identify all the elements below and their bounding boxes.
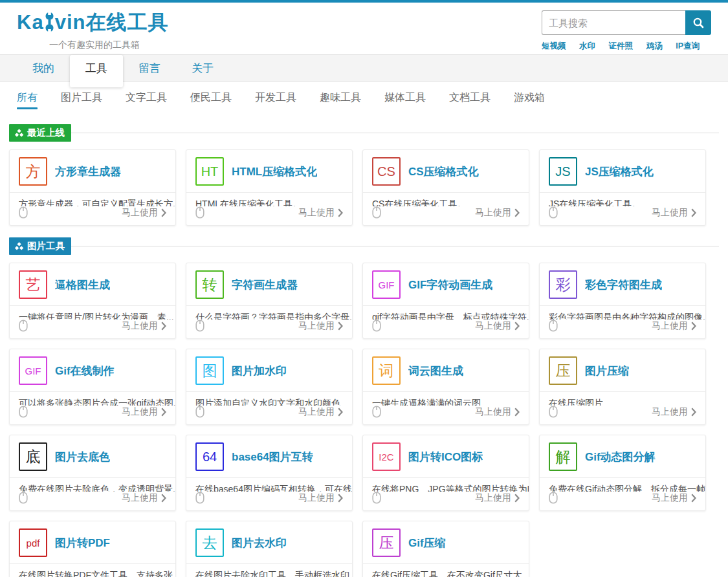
use-now-label: 马上使用: [122, 207, 158, 219]
use-now-link[interactable]: 马上使用: [475, 320, 520, 332]
use-now-link[interactable]: 马上使用: [475, 207, 520, 219]
tool-icon: HT: [195, 157, 224, 186]
category-dev-tools[interactable]: 开发工具: [255, 91, 296, 109]
category-convenience-tools[interactable]: 便民工具: [190, 91, 232, 109]
tab-tools[interactable]: 工具: [70, 55, 123, 87]
hot-link-chicken-soup[interactable]: 鸡汤: [646, 41, 663, 52]
tab-guestbook[interactable]: 留言: [123, 55, 176, 81]
hot-link-short-video[interactable]: 短视频: [542, 41, 566, 52]
section-badge: 最近上线: [9, 124, 71, 142]
card-header: 压 图片压缩: [540, 349, 705, 392]
use-now-link[interactable]: 马上使用: [122, 320, 166, 332]
search-button[interactable]: [685, 10, 711, 35]
section-header: 最近上线: [9, 124, 719, 142]
tool-title: 图片去水印: [232, 536, 287, 550]
use-now-link[interactable]: 马上使用: [652, 406, 696, 418]
tool-description: 一键生成逼格满满的词云图: [363, 392, 529, 406]
tool-description: HTML在线压缩美化工具。: [186, 193, 352, 206]
hot-link-id-photo[interactable]: 证件照: [609, 41, 634, 52]
hot-link-watermark[interactable]: 水印: [579, 41, 595, 52]
tool-title: 图片转PDF: [55, 536, 110, 550]
use-now-link[interactable]: 马上使用: [298, 406, 343, 418]
use-now-label: 马上使用: [652, 207, 688, 219]
mouse-icon: [372, 206, 381, 219]
tool-card[interactable]: I2C 图片转ICO图标 在线将PNG、JPG等格式的图片转换为I... 马上使…: [362, 435, 529, 511]
mouse-icon: [19, 492, 28, 504]
use-now-link[interactable]: 马上使用: [652, 207, 696, 219]
use-now-label: 马上使用: [652, 320, 688, 332]
card-header: 压 Gif压缩: [363, 521, 529, 564]
tool-card[interactable]: 64 base64图片互转 在线base64图片编码互相转换，可在线... 马上…: [186, 435, 353, 511]
use-now-link[interactable]: 马上使用: [475, 406, 520, 418]
tool-title: 图片压缩: [585, 364, 629, 378]
mouse-icon: [19, 320, 28, 332]
tool-card[interactable]: JS JS压缩格式化 JS在线压缩美化工具。 马上使用: [539, 149, 706, 226]
use-now-link[interactable]: 马上使用: [122, 406, 166, 418]
tool-card[interactable]: 去 图片去水印 在线图片去除水印工具，手动框选水印... 马上使用: [186, 521, 353, 577]
tool-title: 图片转ICO图标: [408, 450, 483, 464]
tool-description: 在线图片转换PDF文件工具，支持多张...: [10, 564, 175, 577]
use-now-link[interactable]: 马上使用: [122, 492, 166, 504]
card-header: HT HTML压缩格式化: [186, 150, 352, 193]
tool-card[interactable]: CS CS压缩格式化 CS在线压缩美化工具。 马上使用: [362, 149, 529, 226]
mouse-icon: [372, 320, 381, 332]
use-now-link[interactable]: 马上使用: [475, 492, 520, 504]
tab-about[interactable]: 关于: [176, 55, 229, 81]
chevron-right-icon: [691, 408, 696, 417]
tool-card[interactable]: GIF GIF字符动画生成 gif字符动画是由字母、标点或特殊字符... 马上使…: [362, 263, 529, 339]
tool-title: 逼格图生成: [55, 278, 110, 292]
tool-card[interactable]: 压 图片压缩 在线压缩图片 马上使用: [539, 349, 706, 425]
tool-card[interactable]: 解 Gif动态图分解 免费在线Gif动态图分解、拆分成每一帧... 马上使用: [539, 435, 706, 511]
chevron-right-icon: [161, 494, 166, 503]
card-footer: 马上使用: [363, 320, 529, 338]
tool-card[interactable]: pdf 图片转PDF 在线图片转换PDF文件工具，支持多张... 马上使用: [9, 521, 176, 577]
tool-card[interactable]: HT HTML压缩格式化 HTML在线压缩美化工具。 马上使用: [186, 149, 353, 226]
chevron-right-icon: [338, 321, 343, 331]
card-header: 艺 逼格图生成: [10, 263, 175, 306]
hot-link-ip-lookup[interactable]: IP查询: [676, 41, 700, 52]
category-text-tools[interactable]: 文字工具: [126, 91, 167, 109]
category-fun-tools[interactable]: 趣味工具: [320, 91, 361, 109]
category-doc-tools[interactable]: 文档工具: [449, 91, 491, 109]
tool-icon: 彩: [549, 270, 577, 299]
section-badge: 图片工具: [9, 237, 71, 255]
tool-title: CS压缩格式化: [408, 164, 479, 179]
use-now-link[interactable]: 马上使用: [298, 492, 343, 504]
card-footer: 马上使用: [10, 206, 175, 225]
chevron-right-icon: [514, 408, 520, 417]
category-media-tools[interactable]: 媒体工具: [384, 91, 426, 109]
tab-my[interactable]: 我的: [17, 55, 70, 81]
tool-description: 免费在线Gif动态图分解、拆分成每一帧...: [540, 478, 705, 492]
cards-grid: 方 方形章生成器 方形章生成器，可自定义配置生成长方... 马上使用 HT HT…: [9, 149, 719, 226]
tool-card[interactable]: 转 字符画生成器 什么是字符画？字符画是指由多个字母... 马上使用: [186, 263, 353, 339]
tool-card[interactable]: 艺 逼格图生成 一键将任意照片/图片转化为漫画、素... 马上使用: [9, 263, 176, 339]
tool-card[interactable]: 压 Gif压缩 在线Gif压缩工具，在不改变Gif尺寸大... 马上使用: [362, 521, 529, 577]
tool-card[interactable]: 方 方形章生成器 方形章生成器，可自定义配置生成长方... 马上使用: [9, 149, 176, 226]
category-all[interactable]: 所有: [17, 91, 38, 109]
tool-card[interactable]: 词 词云图生成 一键生成逼格满满的词云图 马上使用: [362, 349, 529, 425]
site-logo[interactable]: Ka vin在线工具: [17, 9, 168, 36]
category-game-box[interactable]: 游戏箱: [514, 91, 545, 109]
tool-card[interactable]: GIF Gif在线制作 可以将多张静态图片合成一张gif动态图... 马上使用: [9, 349, 176, 425]
card-header: I2C 图片转ICO图标: [363, 435, 529, 478]
tool-card[interactable]: 图 图片加水印 图片添加自定义水印文字和水印颜色 马上使用: [186, 349, 353, 425]
tool-description: 方形章生成器，可自定义配置生成长方...: [10, 193, 175, 206]
tool-card[interactable]: 底 图片去底色 免费在线图片去除底色，变成透明背景... 马上使用: [9, 435, 176, 511]
use-now-link[interactable]: 马上使用: [652, 320, 696, 332]
card-header: 64 base64图片互转: [186, 435, 352, 478]
mouse-icon: [195, 406, 204, 418]
use-now-link[interactable]: 马上使用: [298, 320, 343, 332]
tool-icon: 压: [549, 356, 577, 385]
card-header: 底 图片去底色: [10, 435, 175, 478]
use-now-link[interactable]: 马上使用: [298, 207, 343, 219]
tool-title: 彩色字符图生成: [585, 278, 662, 292]
search-input[interactable]: [542, 10, 685, 35]
tool-icon: 解: [549, 442, 577, 471]
tool-card[interactable]: 彩 彩色字符图生成 彩色字符画图是由各种字符构成的图像... 马上使用: [539, 263, 706, 339]
chevron-right-icon: [514, 494, 520, 503]
use-now-link[interactable]: 马上使用: [652, 492, 696, 504]
tool-icon: I2C: [372, 442, 401, 471]
card-footer: 马上使用: [186, 406, 352, 424]
category-image-tools[interactable]: 图片工具: [61, 91, 102, 109]
use-now-link[interactable]: 马上使用: [122, 207, 166, 219]
